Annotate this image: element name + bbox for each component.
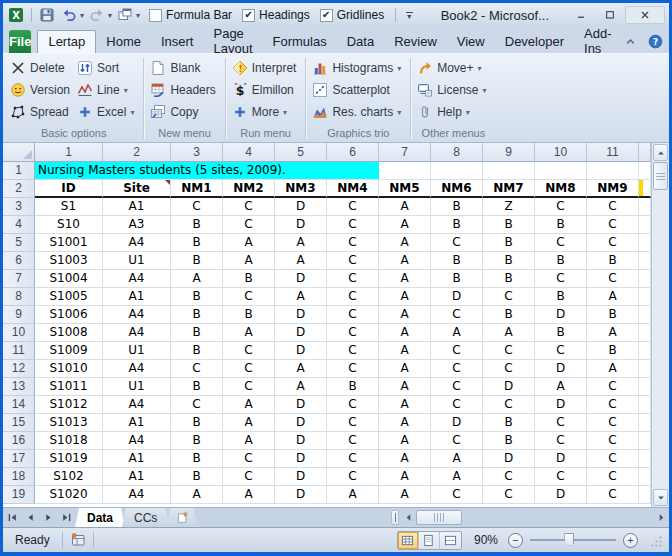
header-cell-nm1[interactable]: NM1 bbox=[171, 180, 223, 198]
cell[interactable]: C bbox=[223, 450, 275, 468]
cell[interactable]: B bbox=[535, 216, 587, 234]
cell[interactable]: A bbox=[223, 324, 275, 342]
ribbon-button-sort[interactable]: Sort bbox=[75, 57, 139, 79]
cell[interactable]: C bbox=[483, 396, 535, 414]
ribbon-tab-insert[interactable]: Insert bbox=[151, 30, 204, 53]
cell[interactable]: S1012 bbox=[35, 396, 103, 414]
cell[interactable]: B bbox=[171, 324, 223, 342]
header-cell-nm6[interactable]: NM6 bbox=[431, 180, 483, 198]
row-header-12[interactable]: 12 bbox=[3, 360, 35, 378]
cell[interactable]: B bbox=[431, 216, 483, 234]
cell[interactable]: A bbox=[587, 360, 639, 378]
cell[interactable]: A bbox=[587, 288, 639, 306]
ribbon-tab-add-ins[interactable]: Add-Ins bbox=[574, 30, 621, 53]
cell[interactable]: C bbox=[223, 216, 275, 234]
cell[interactable]: A4 bbox=[103, 270, 171, 288]
scroll-right-icon[interactable] bbox=[654, 508, 669, 527]
cell[interactable]: D bbox=[535, 306, 587, 324]
ribbon-button-interpret[interactable]: !Interpret bbox=[230, 57, 302, 79]
row-header-7[interactable]: 7 bbox=[3, 270, 35, 288]
cell[interactable]: C bbox=[535, 198, 587, 216]
resize-grip-icon[interactable] bbox=[650, 534, 663, 547]
ribbon-tab-developer[interactable]: Developer bbox=[495, 30, 574, 53]
cell[interactable]: D bbox=[275, 306, 327, 324]
column-header-6[interactable]: 6 bbox=[327, 143, 379, 162]
cell-partial[interactable] bbox=[639, 432, 651, 450]
switch-windows-icon[interactable] bbox=[116, 6, 134, 24]
cell[interactable]: C bbox=[483, 468, 535, 486]
cell[interactable]: A bbox=[379, 198, 431, 216]
close-button[interactable] bbox=[625, 6, 665, 24]
cell[interactable]: D bbox=[275, 396, 327, 414]
zoom-level[interactable]: 90% bbox=[474, 533, 498, 547]
cell[interactable]: A bbox=[275, 234, 327, 252]
cell[interactable]: C bbox=[327, 450, 379, 468]
cell[interactable]: A bbox=[171, 486, 223, 504]
cell[interactable]: A1 bbox=[103, 450, 171, 468]
cell[interactable]: C bbox=[327, 252, 379, 270]
cell[interactable]: C bbox=[535, 432, 587, 450]
cell-partial[interactable] bbox=[639, 306, 651, 324]
qat-checkbox-headings[interactable]: ✔Headings bbox=[242, 8, 310, 22]
cell[interactable]: C bbox=[171, 360, 223, 378]
header-cell-nm5[interactable]: NM5 bbox=[379, 180, 431, 198]
zoom-slider-thumb[interactable] bbox=[564, 533, 574, 546]
cell[interactable]: S102 bbox=[35, 468, 103, 486]
cell[interactable]: C bbox=[223, 288, 275, 306]
cell[interactable]: A bbox=[327, 486, 379, 504]
checkbox-icon[interactable] bbox=[149, 9, 162, 22]
cell-partial[interactable] bbox=[639, 270, 651, 288]
cell[interactable]: C bbox=[535, 414, 587, 432]
cell[interactable]: S1020 bbox=[35, 486, 103, 504]
cell-partial[interactable] bbox=[639, 378, 651, 396]
column-header-2[interactable]: 2 bbox=[103, 143, 171, 162]
ribbon-button-headers[interactable]: Headers bbox=[148, 79, 220, 101]
prev-sheet-icon[interactable] bbox=[21, 508, 39, 527]
cell-partial[interactable] bbox=[639, 414, 651, 432]
cell[interactable]: C bbox=[483, 360, 535, 378]
cell-partial[interactable] bbox=[639, 162, 651, 180]
row-header-17[interactable]: 17 bbox=[3, 450, 35, 468]
cell[interactable]: C bbox=[483, 486, 535, 504]
cell[interactable]: A bbox=[379, 324, 431, 342]
cell[interactable]: C bbox=[327, 396, 379, 414]
switch-windows-dropdown-icon[interactable]: ▾ bbox=[136, 11, 140, 20]
cell[interactable]: D bbox=[275, 414, 327, 432]
header-cell-nm4[interactable]: NM4 bbox=[327, 180, 379, 198]
cell[interactable]: A bbox=[275, 288, 327, 306]
cell[interactable]: A bbox=[223, 414, 275, 432]
cell-partial[interactable] bbox=[639, 216, 651, 234]
zoom-in-icon[interactable]: + bbox=[623, 533, 638, 548]
zoom-slider[interactable] bbox=[530, 539, 616, 541]
page-break-view-icon[interactable] bbox=[440, 532, 461, 549]
cell-partial[interactable] bbox=[639, 198, 651, 216]
cell[interactable]: A bbox=[379, 396, 431, 414]
cell[interactable]: A bbox=[171, 270, 223, 288]
cell[interactable]: C bbox=[327, 270, 379, 288]
cell[interactable]: A bbox=[535, 378, 587, 396]
cell[interactable]: A bbox=[275, 360, 327, 378]
cell[interactable]: S1009 bbox=[35, 342, 103, 360]
cell[interactable]: U1 bbox=[103, 342, 171, 360]
cell[interactable]: C bbox=[327, 432, 379, 450]
cell-partial[interactable] bbox=[639, 234, 651, 252]
cell[interactable]: S1018 bbox=[35, 432, 103, 450]
ribbon-tab-formulas[interactable]: Formulas bbox=[263, 30, 337, 53]
cell[interactable]: C bbox=[535, 342, 587, 360]
cell[interactable]: C bbox=[587, 270, 639, 288]
cell[interactable]: B bbox=[327, 378, 379, 396]
cell[interactable]: B bbox=[431, 270, 483, 288]
cell[interactable]: A bbox=[379, 432, 431, 450]
header-cell-nm8[interactable]: NM8 bbox=[535, 180, 587, 198]
save-icon[interactable] bbox=[38, 6, 56, 24]
cell[interactable]: C bbox=[327, 288, 379, 306]
undo-dropdown-icon[interactable]: ▾ bbox=[80, 11, 84, 20]
cell[interactable]: C bbox=[327, 306, 379, 324]
cell[interactable]: B bbox=[171, 288, 223, 306]
qat-checkbox-gridlines[interactable]: ✔Gridlines bbox=[320, 8, 384, 22]
cell[interactable] bbox=[379, 162, 431, 180]
cell[interactable]: C bbox=[431, 306, 483, 324]
ribbon-tab-lertap[interactable]: Lertap bbox=[37, 30, 96, 53]
cell[interactable]: C bbox=[171, 198, 223, 216]
next-sheet-icon[interactable] bbox=[39, 508, 57, 527]
